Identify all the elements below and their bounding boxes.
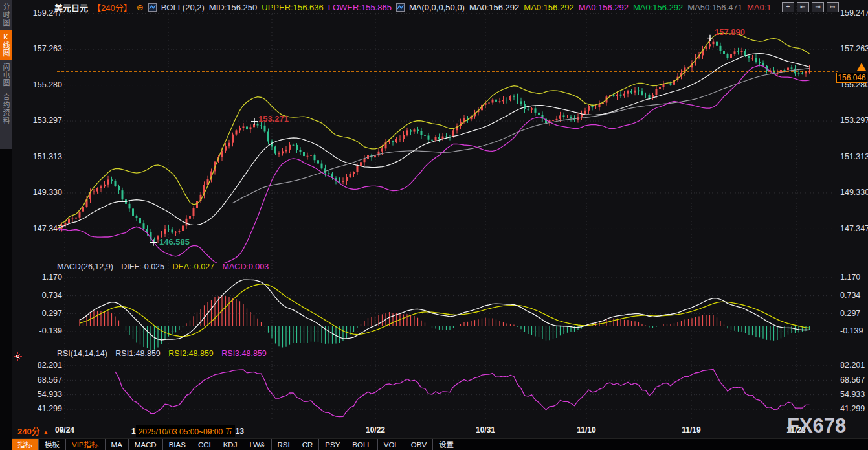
boll-label: BOLL(20,2) xyxy=(161,3,205,12)
svg-text:41.299: 41.299 xyxy=(38,404,62,413)
macd-dea-value: DEA:-0.027 xyxy=(173,262,215,271)
ma0-green-value: MA0:156.292 xyxy=(633,3,683,12)
svg-text:-0.139: -0.139 xyxy=(39,326,62,335)
rsi-header: RSI(14,14,14) RSI1:48.859 RSI2:48.859 RS… xyxy=(57,349,273,358)
svg-text:41.299: 41.299 xyxy=(840,404,865,413)
bottom-toolbar: 指标 模板 VIP指标 MA MACD BIAS CCI KDJ LW& RSI… xyxy=(12,438,868,450)
macd-diff-value: DIFF:-0.025 xyxy=(121,262,164,271)
window-controls: + ⇤ ⇥ ↦ xyxy=(782,2,839,12)
rsi-name: RSI(14,14,14) xyxy=(57,349,107,358)
detach-icon[interactable]: ↦ xyxy=(827,2,839,12)
boll-lower-value: LOWER:155.865 xyxy=(328,3,392,12)
toolbar-psy-button[interactable]: PSY xyxy=(319,439,346,450)
svg-text:155.280: 155.280 xyxy=(33,80,62,89)
svg-text:159.247: 159.247 xyxy=(840,8,868,17)
svg-text:157.263: 157.263 xyxy=(33,44,62,53)
ma0-red-value: MA0:1 xyxy=(747,3,772,12)
last-price-badge: 156.046 xyxy=(836,73,867,83)
svg-text:82.201: 82.201 xyxy=(840,361,865,370)
axis-date: 10/22 xyxy=(366,425,385,434)
bar-time-tooltip: 1 2025/10/03 05:00~09:00 五 13 xyxy=(131,425,244,437)
period-arrow-icon: ▲ xyxy=(43,429,49,436)
ma0-white-value: MA0:156.292 xyxy=(469,3,519,12)
macd-header: MACD(26,12,9) DIFF:-0.025 DEA:-0.027 MAC… xyxy=(57,262,274,271)
ma50-value: MA50:156.471 xyxy=(687,3,742,12)
rsi2-value: RSI2:48.859 xyxy=(168,349,214,358)
sidebar-item-contract-info[interactable]: 合约资料 xyxy=(0,90,12,128)
sidebar-item-flash-chart[interactable]: 闪电图 xyxy=(0,60,12,90)
svg-text:82.201: 82.201 xyxy=(38,361,62,370)
boll-mid-value: MID:156.250 xyxy=(209,3,257,12)
svg-text:1.170: 1.170 xyxy=(840,273,860,282)
covered-date-fragment: 1 xyxy=(131,427,136,436)
svg-text:68.567: 68.567 xyxy=(38,376,62,385)
alert-burst-icon[interactable] xyxy=(14,352,22,363)
toolbar-vol-button[interactable]: VOL xyxy=(378,439,405,450)
toolbar-template-button[interactable]: 模板 xyxy=(39,439,66,450)
trading-app-window: 159.247159.247157.263157.263155.280155.2… xyxy=(0,0,868,450)
svg-text:0.734: 0.734 xyxy=(840,291,860,300)
svg-text:54.933: 54.933 xyxy=(38,390,62,399)
axis-date: 09/24 xyxy=(55,425,74,434)
indicator-header: 美元日元 【240分】 ⊕ BOLL(20,2) MID:156.250 UPP… xyxy=(54,2,779,13)
ma0-yellow-value: MA0:156.292 xyxy=(524,3,573,12)
toolbar-vip-indicators-button[interactable]: VIP指标 xyxy=(66,439,106,450)
svg-text:0.734: 0.734 xyxy=(42,291,62,300)
svg-text:151.313: 151.313 xyxy=(840,152,868,161)
macd-name: MACD(26,12,9) xyxy=(57,262,113,271)
axis-date: 11/19 xyxy=(682,425,700,434)
toolbar-boll-button[interactable]: BOLL xyxy=(346,439,377,450)
toolbar-obv-button[interactable]: OBV xyxy=(405,439,433,450)
ma0-magenta-value: MA0:156.292 xyxy=(579,3,629,12)
axis-date: 10/31 xyxy=(476,425,495,434)
tooltip-text: 2025/10/03 05:00~09:00 五 xyxy=(136,425,236,437)
link-icon[interactable]: ⊕ xyxy=(137,3,144,12)
period-text: 240分 xyxy=(17,427,40,436)
svg-text:153.297: 153.297 xyxy=(33,116,62,125)
svg-text:147.347: 147.347 xyxy=(840,224,868,233)
svg-text:157.263: 157.263 xyxy=(840,44,868,53)
boll-upper-value: UPPER:156.636 xyxy=(262,3,323,12)
sidebar-item-kline-chart[interactable]: K线图 xyxy=(0,30,12,60)
toolbar-bias-button[interactable]: BIAS xyxy=(163,439,192,450)
ma-indicator-icon[interactable] xyxy=(396,3,405,12)
covered-date-fragment: 13 xyxy=(235,427,243,436)
toolbar-indicators-button[interactable]: 指标 xyxy=(12,439,39,450)
time-axis: 240分▲ 09/24 10/22 10/31 11/10 11/19 11/2… xyxy=(0,422,868,438)
toolbar-settings-button[interactable]: 设置 xyxy=(433,439,460,450)
ma-label: MA(0,0,0,50,0) xyxy=(409,3,465,12)
toolbar-macd-button[interactable]: MACD xyxy=(129,439,163,450)
period-selector[interactable]: 240分▲ xyxy=(17,425,49,437)
toolbar-rsi-button[interactable]: RSI xyxy=(272,439,296,450)
svg-text:151.313: 151.313 xyxy=(33,152,62,161)
swing-low-label: 146.585 xyxy=(159,237,190,247)
sidebar: 分时图 K线图 闪电图 合约资料 xyxy=(0,0,12,149)
toolbar-cr-button[interactable]: CR xyxy=(296,439,320,450)
macd-macd-value: MACD:0.003 xyxy=(223,262,269,271)
svg-text:149.330: 149.330 xyxy=(840,188,868,197)
swing-high-label: 153.271 xyxy=(258,114,289,124)
period-badge[interactable]: 【240分】 xyxy=(93,2,132,13)
svg-text:-0.139: -0.139 xyxy=(840,326,863,335)
sidebar-item-time-chart[interactable]: 分时图 xyxy=(0,0,12,30)
sidebar-spacer xyxy=(0,149,12,450)
svg-text:153.297: 153.297 xyxy=(840,116,868,125)
toolbar-ma-button[interactable]: MA xyxy=(106,439,129,450)
peak-high-label: 157.890 xyxy=(715,27,745,37)
svg-text:1.170: 1.170 xyxy=(42,273,62,282)
boll-indicator-icon[interactable] xyxy=(148,3,157,12)
rsi3-value: RSI3:48.859 xyxy=(221,349,267,358)
svg-text:149.330: 149.330 xyxy=(33,188,62,197)
svg-text:68.567: 68.567 xyxy=(840,376,865,385)
scroll-right-icon[interactable]: ⇥ xyxy=(812,2,824,12)
pan-icon[interactable]: + xyxy=(782,2,794,12)
chart-canvas[interactable]: 159.247159.247157.263157.263155.280155.2… xyxy=(0,0,868,422)
symbol-name: 美元日元 xyxy=(54,2,88,13)
axis-date: 11/10 xyxy=(577,425,595,434)
toolbar-kdj-button[interactable]: KDJ xyxy=(217,439,244,450)
toolbar-cci-button[interactable]: CCI xyxy=(192,439,217,450)
toolbar-lw-button[interactable]: LW& xyxy=(243,439,271,450)
svg-text:0.297: 0.297 xyxy=(42,309,62,318)
svg-text:54.933: 54.933 xyxy=(840,390,865,399)
scroll-left-icon[interactable]: ⇤ xyxy=(797,2,809,12)
